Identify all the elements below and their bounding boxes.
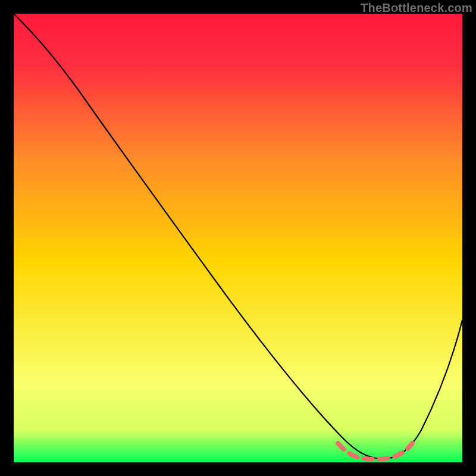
- watermark-label: TheBottleneck.com: [361, 1, 472, 15]
- plot-area: [14, 14, 462, 462]
- gradient-background: [14, 14, 462, 462]
- chart-svg: [14, 14, 462, 462]
- chart-container: TheBottleneck.com: [0, 0, 476, 476]
